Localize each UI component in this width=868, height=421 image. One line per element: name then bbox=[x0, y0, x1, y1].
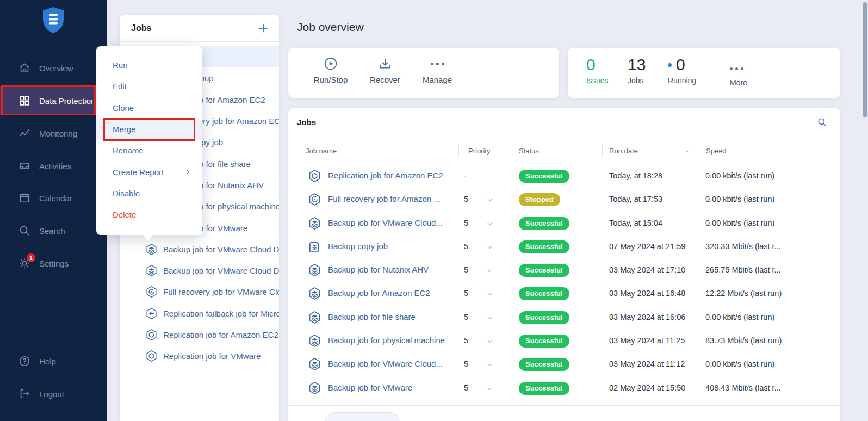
table-row[interactable]: Backup job for VMware Cloud... 5 Success… bbox=[288, 212, 840, 235]
menu-item-run[interactable]: Run bbox=[96, 54, 202, 76]
table-row[interactable]: Backup job for physical machine 5 Succes… bbox=[288, 329, 840, 352]
priority-dropdown-chevron-icon[interactable] bbox=[486, 220, 493, 227]
scrollbar-thumb[interactable] bbox=[863, 2, 867, 117]
sidebar-item-data-protection[interactable]: Data Protection bbox=[0, 86, 107, 115]
backup-job-icon bbox=[145, 264, 158, 277]
cell-job-name[interactable]: Backup job for physical machine bbox=[328, 336, 445, 345]
sidebar-item-search[interactable]: Search bbox=[0, 220, 107, 242]
column-header-priority[interactable]: Priority bbox=[468, 147, 490, 155]
cell-priority: 5 bbox=[464, 289, 468, 298]
column-header-speed[interactable]: Speed bbox=[706, 147, 727, 155]
table-row[interactable]: Backup job for file share 5 Successful 0… bbox=[288, 306, 840, 329]
cell-job-name[interactable]: Backup job for Amazon EC2 bbox=[328, 288, 430, 298]
menu-item-clone[interactable]: Clone bbox=[96, 97, 202, 119]
cell-run-date: 03 May 2024 at 17:10 bbox=[609, 265, 685, 274]
priority-dropdown-chevron-icon[interactable] bbox=[486, 361, 493, 368]
stat-issues[interactable]: 0 Issues bbox=[586, 56, 608, 85]
sidebar-item-overview[interactable]: Overview bbox=[0, 57, 107, 79]
cell-priority: 5 bbox=[464, 313, 468, 321]
menu-item-edit[interactable]: Edit bbox=[96, 76, 202, 97]
job-list-item[interactable]: Full recovery job for VMware Cloud Direc… bbox=[120, 281, 279, 302]
job-list-item[interactable]: Replication job for Amazon EC2 bbox=[120, 324, 279, 345]
job-list-item[interactable]: Backup job for VMware Cloud Director bbox=[120, 239, 279, 260]
manage-button[interactable]: Manage bbox=[411, 57, 463, 84]
sidebar-item-activities[interactable]: Activities bbox=[0, 155, 107, 177]
priority-dropdown-chevron-icon[interactable] bbox=[486, 314, 493, 321]
jobs-table-column-header-row: Job name Priority Status Run date Speed bbox=[288, 138, 840, 164]
cell-job-name[interactable]: Replication job for Amazon EC2 bbox=[328, 171, 443, 180]
menu-item-delete[interactable]: Delete bbox=[96, 204, 202, 225]
job-list-item[interactable]: Replication failback job for Microsoft A… bbox=[120, 303, 279, 324]
column-header-job-name[interactable]: Job name bbox=[306, 147, 337, 155]
cell-job-name[interactable]: Backup job for VMware Cloud... bbox=[328, 359, 443, 368]
cell-job-name[interactable]: Backup copy job bbox=[328, 242, 388, 251]
table-row[interactable]: Backup job for VMware Cloud... 5 Success… bbox=[288, 352, 840, 376]
stats-more-button[interactable]: More bbox=[730, 56, 747, 87]
menu-item-create-report[interactable]: Create Report bbox=[96, 161, 202, 182]
menu-item-label: Edit bbox=[113, 82, 127, 91]
activities-icon bbox=[18, 160, 30, 172]
menu-item-merge[interactable]: Merge bbox=[96, 119, 202, 140]
status-badge: Successful bbox=[519, 311, 569, 324]
cell-job-name[interactable]: Backup job for file share bbox=[328, 312, 416, 321]
add-job-plus-icon[interactable] bbox=[257, 22, 269, 34]
priority-dropdown-chevron-icon[interactable] bbox=[486, 290, 493, 298]
sidebar-item-monitoring[interactable]: Monitoring bbox=[0, 122, 107, 144]
table-row[interactable]: Backup job for VMware 5 Successful 02 Ma… bbox=[288, 376, 840, 400]
sidebar-item-label: Logout bbox=[39, 389, 64, 399]
priority-dropdown-chevron-icon[interactable] bbox=[486, 338, 493, 345]
priority-dropdown-chevron-icon[interactable] bbox=[486, 244, 493, 251]
column-divider bbox=[602, 144, 603, 158]
job-list-item[interactable]: Backup job for VMware Cloud Director bbox=[120, 260, 279, 281]
cell-run-date: 02 May 2024 at 15:50 bbox=[609, 383, 685, 392]
table-row[interactable]: Backup job for Amazon EC2 5 Successful 0… bbox=[288, 282, 840, 305]
stat-jobs[interactable]: 13 Jobs bbox=[628, 56, 646, 85]
status-badge: Successful bbox=[519, 382, 569, 395]
sidebar-item-label: Data Protection bbox=[39, 96, 95, 106]
jobs-label: Jobs bbox=[628, 76, 646, 85]
menu-item-label: Delete bbox=[113, 210, 136, 219]
sidebar-item-label: Search bbox=[39, 226, 65, 236]
job-actions-toolbar: Run/Stop Recover Manage bbox=[288, 48, 559, 98]
sort-chevron-down-icon[interactable] bbox=[684, 148, 690, 154]
column-divider bbox=[458, 144, 459, 158]
status-badge: Successful bbox=[519, 264, 569, 277]
job-list-item[interactable]: Replication job for VMware bbox=[120, 345, 279, 367]
menu-item-disable[interactable]: Disable bbox=[96, 183, 202, 204]
priority-dropdown-chevron-icon[interactable] bbox=[486, 196, 493, 203]
column-header-status[interactable]: Status bbox=[519, 147, 539, 155]
cell-speed: 0.00 kbit/s (last run) bbox=[705, 195, 774, 203]
column-divider bbox=[512, 144, 512, 158]
pagination-button-partial[interactable] bbox=[325, 412, 400, 421]
cell-job-name[interactable]: Backup job for VMware bbox=[328, 383, 412, 392]
job-list-item-label: Replication job for Amazon EC2 bbox=[163, 330, 278, 339]
job-list-item-label: Backup job for VMware Cloud Director bbox=[163, 266, 279, 275]
recover-label: Recover bbox=[370, 75, 400, 84]
menu-item-label: Run bbox=[113, 60, 128, 70]
sidebar-item-calendar[interactable]: Calendar bbox=[0, 187, 107, 209]
sidebar-item-settings[interactable]: 1 Settings bbox=[0, 252, 107, 274]
table-row[interactable]: Backup job for Nutanix AHV 5 Successful … bbox=[288, 258, 840, 282]
run-stop-button[interactable]: Run/Stop bbox=[305, 57, 357, 84]
replication-job-icon bbox=[145, 350, 158, 362]
cell-priority: 5 bbox=[464, 265, 468, 274]
sidebar: Overview Data Protection Monitoring Acti… bbox=[0, 0, 107, 421]
cell-job-name[interactable]: Full recovery job for Amazon ... bbox=[328, 194, 441, 203]
menu-item-label: Merge bbox=[113, 125, 136, 134]
priority-dropdown-chevron-icon[interactable] bbox=[486, 267, 493, 274]
sidebar-item-logout[interactable]: Logout bbox=[0, 383, 107, 405]
recover-button[interactable]: Recover bbox=[359, 57, 411, 84]
column-header-run-date[interactable]: Run date bbox=[609, 147, 638, 155]
table-row[interactable]: Full recovery job for Amazon ... 5 Stopp… bbox=[288, 188, 840, 211]
sidebar-item-help[interactable]: Help bbox=[0, 350, 107, 372]
stat-running[interactable]: 0 Running bbox=[668, 56, 696, 85]
priority-dropdown-chevron-icon[interactable] bbox=[486, 385, 493, 392]
cell-job-name[interactable]: Backup job for VMware Cloud... bbox=[328, 218, 443, 227]
cell-job-name[interactable]: Backup job for Nutanix AHV bbox=[328, 265, 429, 274]
menu-item-rename[interactable]: Rename bbox=[96, 140, 202, 161]
job-context-menu: Run Edit Clone Merge Rename Create Repor… bbox=[96, 46, 202, 235]
table-row[interactable]: Backup copy job 5 Successful 07 May 2024… bbox=[288, 235, 840, 258]
table-search-icon[interactable] bbox=[817, 117, 827, 127]
table-row[interactable]: Replication job for Amazon EC2 - Success… bbox=[288, 164, 840, 188]
status-badge: Successful bbox=[519, 287, 569, 300]
